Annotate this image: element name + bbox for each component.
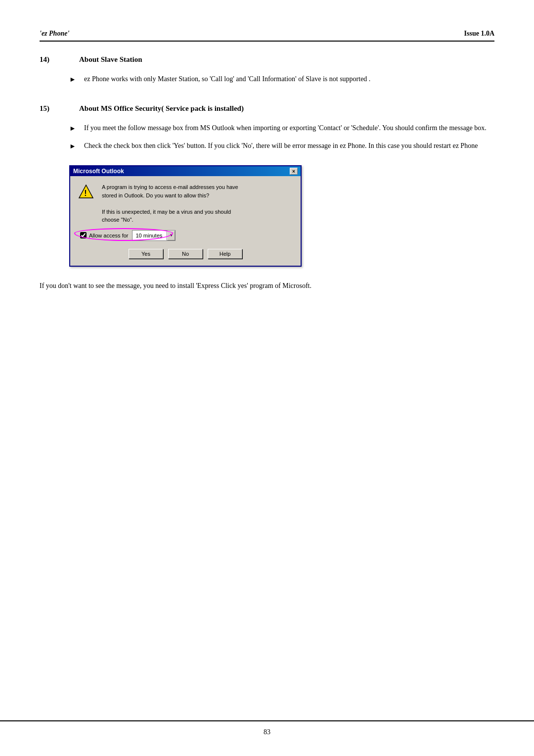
microsoft-outlook-dialog: Microsoft Outlook × ! [69, 165, 302, 267]
header-right: Issue 1.0A [464, 30, 494, 38]
bullet-arrow-icon: ► [69, 123, 78, 134]
dialog-message: A program is trying to access e-mail add… [102, 183, 238, 224]
dialog-wrapper: Microsoft Outlook × ! [69, 165, 302, 267]
bullet-text: ez Phone works with only Master Station,… [84, 74, 494, 84]
warning-icon: ! [78, 184, 96, 202]
dropdown-value: 10 minutes [133, 231, 167, 240]
dialog-title: Microsoft Outlook [73, 168, 124, 175]
section-14-bullets: ► ez Phone works with only Master Statio… [69, 74, 494, 85]
section-15-title: 15) About MS Office Security( Service pa… [40, 104, 494, 113]
bullet-arrow-icon: ► [69, 141, 78, 151]
dropdown-arrow-icon[interactable]: ▼ [167, 231, 175, 240]
allow-access-row: Allow access for 10 minutes ▼ [78, 230, 293, 241]
list-item: ► ez Phone works with only Master Statio… [69, 74, 494, 85]
page-number: 83 [264, 728, 270, 736]
bullet-text: Check the check box then click 'Yes' but… [84, 141, 494, 151]
section-15-heading: About MS Office Security( Service pack i… [79, 104, 244, 113]
allow-access-label: Allow access for [89, 233, 128, 238]
allow-access-checkbox[interactable] [80, 232, 87, 238]
dialog-content-row: ! A program is trying to access e-mail a… [78, 183, 293, 224]
section-15-bullets: ► If you meet the follow message box fro… [69, 123, 494, 151]
section-15-number: 15) [40, 104, 79, 113]
svg-text:!: ! [84, 189, 87, 197]
yes-button[interactable]: Yes [129, 249, 163, 259]
page: 'ez Phone' Issue 1.0A 14) About Slave St… [0, 0, 534, 756]
section-14-title: 14) About Slave Station [40, 55, 494, 64]
bullet-text: If you meet the follow message box from … [84, 123, 494, 133]
section-14-number: 14) [40, 55, 79, 64]
dialog-titlebar: Microsoft Outlook × [70, 166, 301, 176]
dialog-buttons: Yes No Help [78, 249, 293, 261]
section-14-heading: About Slave Station [79, 55, 142, 64]
minutes-dropdown[interactable]: 10 minutes ▼ [132, 230, 176, 241]
dialog-body: ! A program is trying to access e-mail a… [70, 176, 301, 266]
footer-line [0, 720, 534, 721]
section-15: 15) About MS Office Security( Service pa… [40, 104, 494, 151]
header-left: 'ez Phone' [40, 30, 69, 38]
bullet-arrow-icon: ► [69, 74, 78, 85]
dialog-close-button[interactable]: × [290, 168, 298, 175]
help-button[interactable]: Help [208, 249, 242, 259]
list-item: ► If you meet the follow message box fro… [69, 123, 494, 134]
no-button[interactable]: No [168, 249, 203, 259]
section-14: 14) About Slave Station ► ez Phone works… [40, 55, 494, 85]
page-header: 'ez Phone' Issue 1.0A [40, 30, 494, 42]
footer-paragraph: If you don't want to see the message, yo… [40, 281, 494, 291]
list-item: ► Check the check box then click 'Yes' b… [69, 141, 494, 151]
